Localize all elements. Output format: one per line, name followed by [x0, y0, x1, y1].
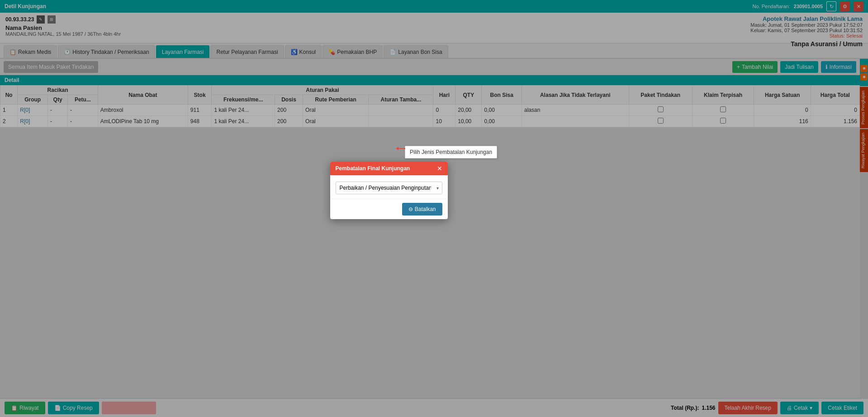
tooltip-callout: Pilih Jenis Pembatalan Kunjungan — [405, 146, 497, 158]
modal-overlay[interactable]: Pembatalan Final Kunjungan ✕ Perbaikan /… — [0, 0, 868, 417]
batalkan-btn[interactable]: ⊖ Batalkan — [402, 203, 442, 216]
modal-header: Pembatalan Final Kunjungan ✕ — [330, 162, 448, 175]
modal-close-btn[interactable]: ✕ — [437, 165, 442, 172]
modal-footer: ⊖ Batalkan — [330, 199, 448, 219]
batalkan-label: Batalkan — [415, 206, 436, 212]
modal-select-wrapper: Perbaikan / Penyesuaian Penginputan Pemb… — [336, 182, 442, 194]
modal-body: Perbaikan / Penyesuaian Penginputan Pemb… — [330, 175, 448, 199]
jenis-pembatalan-select[interactable]: Perbaikan / Penyesuaian Penginputan Pemb… — [336, 182, 442, 194]
tooltip-arrow — [396, 148, 405, 149]
modal-title: Pembatalan Final Kunjungan — [336, 165, 410, 172]
batalkan-icon: ⊖ — [408, 206, 413, 212]
modal-dialog: Pembatalan Final Kunjungan ✕ Perbaikan /… — [330, 162, 448, 219]
tooltip-text: Pilih Jenis Pembatalan Kunjungan — [410, 149, 492, 155]
